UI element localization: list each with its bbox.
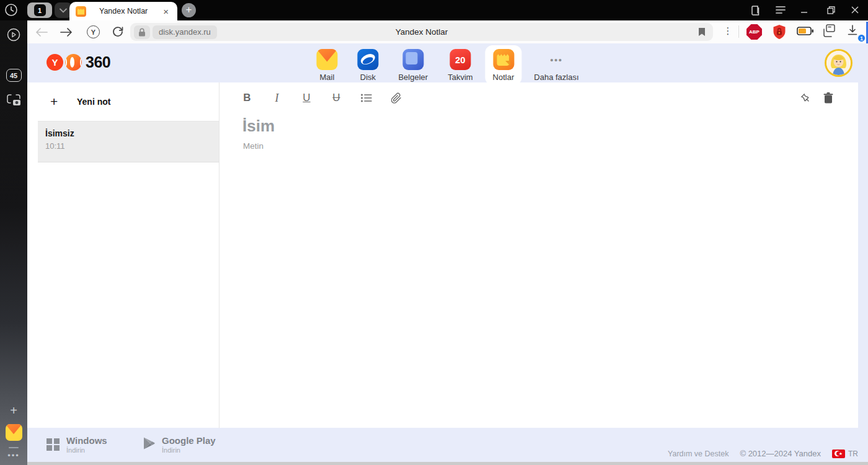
browser-toolbar: Y disk.yandex.ru Yandex Notlar ⋮ ABP bbox=[27, 20, 868, 43]
nav-item-mail[interactable]: Mail bbox=[309, 45, 345, 85]
360-logo-icon bbox=[65, 54, 82, 71]
address-bar[interactable]: disk.yandex.ru Yandex Notlar bbox=[130, 23, 713, 41]
notes-icon bbox=[493, 49, 514, 70]
strikethrough-button[interactable]: U bbox=[330, 91, 343, 105]
user-avatar[interactable] bbox=[825, 49, 852, 77]
logo-text: 360 bbox=[86, 53, 110, 71]
tab-counter-button[interactable]: 1 bbox=[27, 2, 52, 18]
notes-favicon bbox=[76, 6, 86, 17]
nav-item-documents[interactable]: Belgeler bbox=[391, 45, 435, 85]
yandex-mail-shortcut-icon[interactable] bbox=[0, 424, 27, 441]
history-clock-icon[interactable] bbox=[4, 3, 18, 17]
plus-icon: + bbox=[50, 94, 64, 109]
mail-icon bbox=[316, 49, 337, 70]
pin-note-icon[interactable] bbox=[799, 91, 812, 105]
bold-button[interactable]: B bbox=[241, 91, 254, 105]
yandex-notes-page: Y 360 Mail Disk Belgeler 20 bbox=[27, 43, 868, 465]
bookmark-icon[interactable] bbox=[698, 27, 707, 37]
new-tab-button[interactable]: + bbox=[182, 3, 196, 17]
yandex-logo-icon: Y bbox=[46, 54, 63, 71]
service-header: Y 360 Mail Disk Belgeler 20 bbox=[27, 43, 868, 82]
yandex-protect-icon[interactable]: Y bbox=[87, 25, 100, 38]
underline-button[interactable]: U bbox=[300, 91, 313, 105]
browser-menu-icon[interactable] bbox=[774, 4, 787, 16]
address-bar-more-icon[interactable]: ⋮ bbox=[723, 25, 733, 38]
italic-button[interactable]: I bbox=[270, 91, 283, 105]
yandex-360-logo[interactable]: Y 360 bbox=[46, 53, 110, 71]
security-shield-icon[interactable] bbox=[772, 24, 787, 40]
google-play-icon bbox=[143, 436, 155, 453]
close-window-button[interactable] bbox=[848, 4, 862, 16]
page-footer: Windows İndirin Google Play İndirin Yard… bbox=[27, 428, 868, 465]
download-count-badge: 1 bbox=[857, 34, 866, 42]
page-scroll-gutter[interactable] bbox=[858, 82, 868, 428]
delete-note-icon[interactable] bbox=[822, 91, 835, 105]
nav-item-notes[interactable]: Notlar bbox=[485, 45, 522, 85]
note-actions bbox=[799, 91, 835, 105]
notes-list-panel: + Yeni not İsimsiz 10:11 bbox=[38, 82, 219, 428]
copyright-text: © 2012—2024 Yandex bbox=[740, 449, 821, 458]
format-toolbar: B I U U bbox=[241, 91, 402, 105]
note-title-input[interactable]: İsim bbox=[242, 117, 275, 136]
note-body-input[interactable]: Metin bbox=[243, 141, 264, 151]
back-button[interactable] bbox=[33, 24, 50, 40]
bookmarks-panel-icon[interactable] bbox=[748, 4, 761, 16]
browser-window: 1 Yandex Notlar × + bbox=[0, 0, 868, 465]
browser-titlebar: 1 Yandex Notlar × + bbox=[0, 0, 868, 20]
url-chip[interactable]: disk.yandex.ru bbox=[153, 25, 217, 39]
nav-item-calendar[interactable]: 20 Takvim bbox=[440, 45, 480, 85]
windows-icon bbox=[46, 438, 60, 451]
collections-icon[interactable] bbox=[822, 24, 838, 40]
rail-more-icon[interactable]: ••• bbox=[0, 451, 27, 460]
tab-close-icon[interactable]: × bbox=[161, 6, 171, 17]
browser-tab-active[interactable]: Yandex Notlar × bbox=[69, 2, 177, 20]
note-editor: B I U U bbox=[220, 82, 858, 428]
video-player-icon[interactable] bbox=[0, 27, 27, 42]
reload-button[interactable] bbox=[112, 25, 125, 38]
footer-links: Yardım ve Destek © 2012—2024 Yandex ★ TR bbox=[668, 449, 858, 458]
minimize-button[interactable] bbox=[797, 4, 811, 16]
restore-button[interactable] bbox=[824, 4, 838, 16]
downloads-icon[interactable]: 1 bbox=[847, 25, 862, 40]
calendar-icon: 20 bbox=[450, 49, 471, 70]
turkey-flag-icon: ★ bbox=[832, 450, 845, 458]
forward-button[interactable] bbox=[58, 24, 74, 40]
disk-icon bbox=[357, 49, 378, 70]
tab-title: Yandex Notlar bbox=[86, 7, 161, 16]
more-services-icon: ••• bbox=[546, 49, 567, 70]
rail-divider bbox=[9, 447, 19, 448]
note-list-item-selected[interactable]: İsimsiz 10:11 bbox=[38, 122, 219, 162]
bullet-list-button[interactable] bbox=[360, 91, 373, 105]
region-selector[interactable]: ★ TR bbox=[832, 450, 858, 458]
attachment-button[interactable] bbox=[389, 91, 402, 105]
toolbar-divider bbox=[738, 25, 739, 38]
download-googleplay-link[interactable]: Google Play İndirin bbox=[143, 435, 216, 454]
tab-groups-badge[interactable]: 45 bbox=[0, 69, 27, 82]
nav-item-more[interactable]: ••• Daha fazlası bbox=[526, 45, 586, 85]
notes-content: + Yeni not İsimsiz 10:11 B I U U bbox=[27, 82, 868, 428]
documents-icon bbox=[402, 49, 423, 70]
new-note-button[interactable]: + Yeni not bbox=[38, 82, 219, 122]
battery-icon[interactable] bbox=[797, 27, 812, 42]
nav-item-disk[interactable]: Disk bbox=[350, 45, 386, 85]
adblock-plus-icon[interactable]: ABP bbox=[746, 24, 762, 40]
help-link[interactable]: Yardım ve Destek bbox=[668, 450, 728, 458]
screenshot-icon[interactable] bbox=[0, 92, 27, 107]
add-panel-icon[interactable]: + bbox=[0, 404, 27, 418]
download-windows-link[interactable]: Windows İndirin bbox=[46, 435, 107, 454]
services-nav: Mail Disk Belgeler 20 Takvim Notlar bbox=[309, 45, 586, 85]
browser-side-rail: 45 + ••• bbox=[0, 20, 27, 465]
omnibox-page-title: Yandex Notlar bbox=[130, 23, 713, 41]
ssl-lock-icon[interactable] bbox=[134, 25, 150, 39]
tab-counter-value: 1 bbox=[34, 4, 46, 16]
